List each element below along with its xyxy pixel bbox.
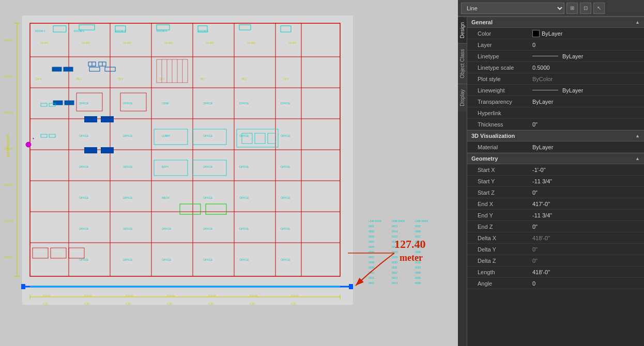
svg-point-45 xyxy=(26,142,31,147)
svg-text:0012: 0012 xyxy=(369,281,374,285)
tab-design[interactable]: Design xyxy=(458,17,467,43)
prop-row-end-y: End Y -11 3/4" xyxy=(467,210,644,221)
svg-text:0008: 0008 xyxy=(369,261,374,264)
svg-text:0025: 0025 xyxy=(415,225,421,228)
prop-value-plot-style[interactable]: ByColor xyxy=(529,74,644,84)
icon-button-3[interactable]: ↖ xyxy=(593,3,605,14)
prop-value-color[interactable]: ByLayer xyxy=(529,28,644,39)
prop-value-end-y[interactable]: -11 3/4" xyxy=(529,211,644,220)
prop-label-end-x: End X xyxy=(467,199,529,209)
viz3d-section-header[interactable]: 3D Visualization ▲ xyxy=(467,130,644,141)
prop-label-start-y: Start Y xyxy=(467,177,529,186)
viz3d-section-arrow: ▲ xyxy=(635,133,640,138)
general-section-header[interactable]: General ▲ xyxy=(467,17,644,28)
svg-text:A1-002: A1-002 xyxy=(82,41,90,44)
prop-value-material[interactable]: ByLayer xyxy=(529,143,644,152)
svg-text:LINE DATA: LINE DATA xyxy=(415,219,428,223)
svg-text:BOT-05: BOT-05 xyxy=(208,295,217,297)
prop-value-lineweight[interactable]: ByLayer xyxy=(529,86,644,95)
svg-text:OFFICE: OFFICE xyxy=(79,258,89,261)
prop-label-delta-y: Delta Y xyxy=(467,245,529,254)
svg-text:C-01: C-01 xyxy=(43,303,48,305)
svg-text:BOT-01: BOT-01 xyxy=(43,295,51,297)
svg-text:34.5: 34.5 xyxy=(283,77,288,81)
prop-label-delta-z: Delta Z xyxy=(467,256,529,265)
svg-text:LEFT-06: LEFT-06 xyxy=(4,220,13,223)
svg-text:0021: 0021 xyxy=(392,266,397,269)
prop-value-start-z[interactable]: 0" xyxy=(529,188,644,197)
svg-text:OFFICE: OFFICE xyxy=(281,227,290,230)
prop-row-start-y: Start Y -11 3/4" xyxy=(467,176,644,187)
svg-text:OFFICE: OFFICE xyxy=(203,196,213,199)
prop-label-color: Color xyxy=(467,29,529,38)
svg-text:ROOM 3: ROOM 3 xyxy=(115,29,126,33)
svg-text:OFFICE: OFFICE xyxy=(281,102,290,105)
prop-row-start-x: Start X -1'-0" xyxy=(467,164,644,176)
prop-value-linetype-scale[interactable]: 0.5000 xyxy=(529,63,644,72)
svg-text:0020: 0020 xyxy=(392,261,397,264)
properties-toolbar: Line ⊞ ⊡ ↖ xyxy=(458,0,644,17)
prop-row-linetype: Linetype ByLayer xyxy=(467,51,644,62)
icon-button-2[interactable]: ⊡ xyxy=(580,3,591,14)
svg-text:0023: 0023 xyxy=(392,276,397,279)
prop-value-linetype[interactable]: ByLayer xyxy=(529,52,644,61)
svg-text:BOT-06: BOT-06 xyxy=(250,295,258,297)
svg-text:OFFICE: OFFICE xyxy=(281,134,290,137)
svg-text:OFFICE: OFFICE xyxy=(162,258,172,261)
geometry-section-arrow: ▲ xyxy=(635,156,640,161)
prop-row-color: Color ByLayer xyxy=(467,28,644,39)
prop-value-hyperlink[interactable] xyxy=(529,112,644,115)
tab-display[interactable]: Display xyxy=(458,84,467,112)
svg-text:ROOM 2: ROOM 2 xyxy=(74,29,84,33)
prop-value-start-x[interactable]: -1'-0" xyxy=(529,165,644,175)
svg-text:OFFICE: OFFICE xyxy=(239,196,249,199)
svg-text:OFFICE: OFFICE xyxy=(123,227,133,230)
svg-text:OFFICE: OFFICE xyxy=(79,102,89,105)
icon-button-1[interactable]: ⊞ xyxy=(566,3,578,14)
svg-text:OFFICE: OFFICE xyxy=(203,227,213,230)
prop-value-transparency[interactable]: ByLayer xyxy=(529,97,644,106)
prop-row-delta-x: Delta X 418'-0" xyxy=(467,232,644,244)
cad-viewport[interactable]: ROOM 1 ROOM 2 ROOM 3 ROOM 4 ROOM 5 DIMEN… xyxy=(0,0,458,346)
svg-text:OFFICE: OFFICE xyxy=(79,196,89,199)
prop-value-start-y[interactable]: -11 3/4" xyxy=(529,177,644,186)
prop-label-end-y: End Y xyxy=(467,211,529,220)
svg-rect-98 xyxy=(101,147,114,153)
prop-value-delta-z: 0" xyxy=(529,256,644,265)
svg-text:OFFICE: OFFICE xyxy=(239,134,249,137)
prop-value-thickness[interactable]: 0" xyxy=(529,120,644,129)
svg-text:LOBBY: LOBBY xyxy=(162,134,171,137)
svg-text:0005: 0005 xyxy=(369,245,374,248)
linetype-preview xyxy=(532,56,558,56)
prop-label-length: Length xyxy=(467,268,529,277)
prop-value-end-z[interactable]: 0" xyxy=(529,222,644,231)
svg-text:0026: 0026 xyxy=(415,230,421,233)
prop-label-material: Material xyxy=(467,143,529,152)
svg-text:OFFICE: OFFICE xyxy=(239,227,249,230)
prop-row-layer: Layer 0 xyxy=(467,39,644,51)
svg-text:C-05: C-05 xyxy=(208,303,213,305)
prop-value-angle[interactable]: 0 xyxy=(529,279,644,288)
svg-text:ROOM 4: ROOM 4 xyxy=(157,29,167,33)
svg-text:C-07: C-07 xyxy=(291,303,296,305)
svg-text:BOT-03: BOT-03 xyxy=(126,295,134,297)
svg-text:123.4: 123.4 xyxy=(35,77,42,81)
svg-text:0001: 0001 xyxy=(369,225,374,228)
svg-text:A1-003: A1-003 xyxy=(123,41,131,44)
svg-text:A1-004: A1-004 xyxy=(164,41,173,44)
svg-text:meter: meter xyxy=(400,253,423,263)
entity-type-dropdown[interactable]: Line xyxy=(461,3,564,14)
prop-value-length[interactable]: 418'-0" xyxy=(529,268,644,277)
tab-object-class[interactable]: Object Class xyxy=(458,43,467,84)
svg-text:LEFT-01: LEFT-01 xyxy=(4,39,13,42)
prop-value-end-x[interactable]: 417'-0" xyxy=(529,199,644,209)
svg-text:0033: 0033 xyxy=(415,266,421,269)
svg-text:OFFICE: OFFICE xyxy=(281,165,290,168)
svg-text:OFFICE: OFFICE xyxy=(123,165,133,168)
svg-text:LINE DATA: LINE DATA xyxy=(392,219,405,223)
prop-row-delta-y: Delta Y 0" xyxy=(467,244,644,255)
prop-value-layer[interactable]: 0 xyxy=(529,40,644,50)
svg-rect-96 xyxy=(101,116,114,122)
prop-row-end-z: End Z 0" xyxy=(467,221,644,232)
geometry-section-header[interactable]: Geometry ▲ xyxy=(467,153,644,164)
